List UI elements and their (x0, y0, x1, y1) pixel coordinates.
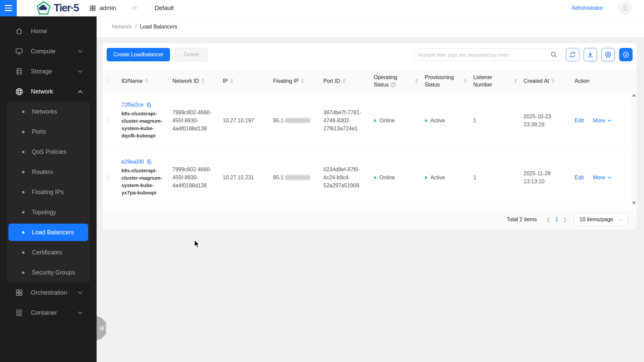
sidebar-item-container[interactable]: Container (0, 303, 97, 323)
next-page-button[interactable]: ❯ (561, 217, 569, 223)
administrator-link[interactable]: Administrator (572, 5, 603, 11)
sidebar-collapse-handle[interactable] (97, 316, 106, 341)
more-link[interactable]: More (593, 118, 611, 124)
page-size-select[interactable]: 10 items/page (574, 213, 628, 226)
avatar[interactable] (618, 1, 632, 15)
domain-name: Default (155, 5, 174, 12)
card-toolbar: Create Loadbalancer Delete (103, 43, 637, 61)
loadbalancer-id-link[interactable]: e29ea5f0 (121, 159, 152, 165)
watch-columns-button[interactable] (601, 48, 615, 61)
chevron-down-icon (78, 70, 83, 73)
sort-listener-number[interactable] (514, 79, 517, 83)
sidebar: Home Compute Storage Network Networks (0, 16, 97, 362)
sidebar-item-load-balancers[interactable]: Load Balancers (8, 224, 88, 241)
loadbalancer-id-link[interactable]: 72f5e2ce (121, 102, 152, 108)
storage-icon (15, 67, 23, 76)
sidebar-item-ports[interactable]: Ports (7, 122, 90, 142)
sort-port-id[interactable] (343, 79, 345, 83)
col-id-name: ID/Name (121, 77, 143, 85)
row-checkbox[interactable] (107, 174, 108, 181)
sidebar-item-qos-policies[interactable]: QoS Policies (7, 142, 90, 162)
more-link[interactable]: More (593, 175, 611, 181)
refresh-icon (569, 51, 576, 58)
table-scrollbar[interactable] (631, 92, 637, 206)
sidebar-item-routers[interactable]: Routers (7, 162, 90, 182)
sidebar-item-security-groups[interactable]: Security Groups (7, 262, 90, 283)
sidebar-item-networks[interactable]: Networks (7, 102, 90, 122)
created-at-cell: 2025-10-23 23:38:26 (524, 113, 575, 129)
pause-icon (622, 51, 630, 58)
status-dot-icon (425, 176, 427, 179)
table-row: e29ea5f0 k8s-clusterapi-cluster-magnum-s… (103, 149, 637, 206)
provisioning-status-badge: Active (425, 175, 467, 181)
sort-operating-status[interactable] (415, 79, 418, 83)
refresh-button[interactable] (566, 48, 579, 61)
sidebar-item-floating-ips[interactable]: Floating IPs (7, 182, 90, 202)
sort-ip[interactable] (230, 79, 233, 83)
search-input[interactable] (418, 52, 550, 58)
col-ip: IP (223, 77, 228, 85)
copy-icon[interactable] (146, 102, 152, 108)
action-cell: Edit More (575, 175, 637, 181)
sidebar-item-topology[interactable]: Topology (7, 202, 90, 222)
chevron-down-icon (607, 119, 611, 122)
switch-project-button[interactable] (131, 4, 138, 12)
menu-fold-icon (99, 325, 104, 331)
network-submenu: Networks Ports QoS Policies Routers Floa… (7, 102, 90, 283)
project-switcher[interactable]: admin (90, 5, 116, 12)
mouse-cursor (193, 240, 201, 249)
prev-page-button[interactable]: ❮ (544, 217, 552, 223)
page-number[interactable]: 1 (552, 217, 561, 223)
bullet-icon (22, 191, 24, 193)
sidebar-item-certificates[interactable]: Certificates (7, 242, 90, 262)
col-created-at: Created At (524, 77, 549, 85)
breadcrumb-separator: / (135, 24, 137, 30)
port-id-cell: 0234d8ef-87f0-4c24-b9c4-52a297a51909 (323, 166, 374, 190)
sidebar-item-storage[interactable]: Storage (0, 61, 97, 81)
breadcrumb-network-link[interactable]: Network (112, 24, 132, 30)
watch-icon (604, 51, 612, 58)
delete-button[interactable]: Delete (175, 48, 207, 61)
provisioning-status-badge: Active (425, 118, 467, 124)
home-icon (15, 27, 23, 36)
listener-number-cell: 1 (473, 174, 524, 182)
status-dot-icon (374, 119, 376, 122)
scroll-down-icon[interactable] (632, 202, 636, 204)
filter-search-box[interactable] (414, 49, 561, 61)
bullet-icon (22, 131, 24, 133)
sort-provisioning-status[interactable] (464, 79, 467, 83)
loadbalancer-name: k8s-clusterapi-cluster-magnum-system-kub… (121, 110, 166, 139)
edit-link[interactable]: Edit (575, 175, 584, 181)
hamburger-menu-button[interactable] (0, 0, 17, 16)
sidebar-item-network[interactable]: Network (0, 81, 97, 102)
row-checkbox[interactable] (107, 117, 108, 124)
bullet-icon (22, 171, 24, 173)
total-items-label: Total 2 items (507, 217, 537, 223)
globe-icon (15, 87, 23, 96)
grid-icon (15, 288, 23, 297)
select-all-checkbox[interactable] (107, 78, 108, 84)
sort-network-id[interactable] (202, 79, 204, 83)
create-loadbalancer-button[interactable]: Create Loadbalancer (107, 48, 170, 61)
copy-icon[interactable] (147, 159, 152, 165)
sidebar-item-orchestration[interactable]: Orchestration (0, 283, 97, 303)
sidebar-item-home[interactable]: Home (0, 21, 97, 41)
col-provisioning-status: Provisioning Status (425, 74, 461, 88)
sidebar-item-compute[interactable]: Compute (0, 41, 97, 61)
auto-refresh-pause-button[interactable] (619, 48, 633, 61)
search-icon[interactable] (550, 51, 557, 58)
help-icon[interactable] (390, 82, 396, 87)
menu-icon (5, 5, 12, 6)
scroll-up-icon[interactable] (632, 94, 636, 97)
status-dot-icon (425, 119, 427, 122)
floating-ip-cell: 95.1 (273, 117, 323, 125)
sort-floating-ip[interactable] (301, 79, 304, 83)
ip-cell: 10.27.10.197 (223, 117, 273, 125)
download-button[interactable] (584, 48, 597, 61)
sort-created-at[interactable] (552, 79, 554, 83)
col-port-id: Port ID (323, 77, 340, 85)
col-listener-number: Listener Number (473, 74, 512, 88)
sort-id-name[interactable] (145, 79, 148, 83)
topbar-divider (146, 5, 147, 11)
edit-link[interactable]: Edit (575, 118, 584, 124)
